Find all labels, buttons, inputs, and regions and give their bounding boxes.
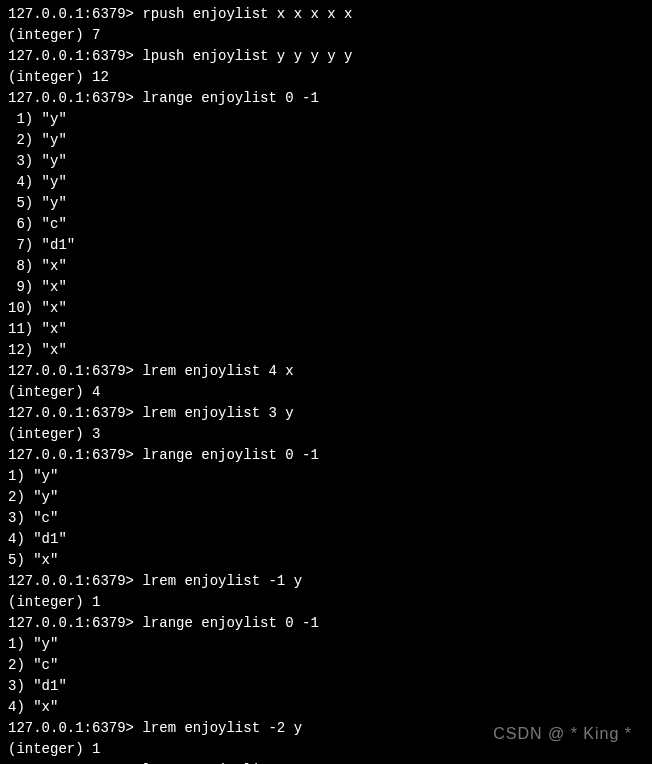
list-item: 4) "d1" <box>8 529 644 550</box>
cmd-line: 127.0.0.1:6379> lrange enjoylist 0 -1 <box>8 613 644 634</box>
list-item: 1) "y" <box>8 466 644 487</box>
list-item: 8) "x" <box>8 256 644 277</box>
cmd-line: 127.0.0.1:6379> lrem enjoylist 4 x <box>8 361 644 382</box>
list-item: 1) "y" <box>8 634 644 655</box>
watermark: CSDN @ * King * <box>493 722 632 746</box>
list-item: 4) "x" <box>8 697 644 718</box>
list-item: 5) "x" <box>8 550 644 571</box>
list-item: 2) "c" <box>8 655 644 676</box>
cmd-line: 127.0.0.1:6379> lrem enjoylist -1 y <box>8 571 644 592</box>
list-item: 6) "c" <box>8 214 644 235</box>
list-item: 3) "y" <box>8 151 644 172</box>
list-item: 5) "y" <box>8 193 644 214</box>
cmd-line: 127.0.0.1:6379> lrange enjoylist 0 -1 <box>8 760 644 764</box>
result-line: (integer) 12 <box>8 67 644 88</box>
cmd-line: 127.0.0.1:6379> rpush enjoylist x x x x … <box>8 4 644 25</box>
terminal-output[interactable]: 127.0.0.1:6379> rpush enjoylist x x x x … <box>8 4 644 764</box>
list-item: 2) "y" <box>8 487 644 508</box>
cmd-line: 127.0.0.1:6379> lrange enjoylist 0 -1 <box>8 445 644 466</box>
result-line: (integer) 1 <box>8 592 644 613</box>
list-item: 3) "d1" <box>8 676 644 697</box>
result-line: (integer) 7 <box>8 25 644 46</box>
list-item: 2) "y" <box>8 130 644 151</box>
list-item: 11) "x" <box>8 319 644 340</box>
list-item: 10) "x" <box>8 298 644 319</box>
result-line: (integer) 3 <box>8 424 644 445</box>
cmd-line: 127.0.0.1:6379> lrange enjoylist 0 -1 <box>8 88 644 109</box>
list-item: 1) "y" <box>8 109 644 130</box>
cmd-line: 127.0.0.1:6379> lrem enjoylist 3 y <box>8 403 644 424</box>
list-item: 12) "x" <box>8 340 644 361</box>
list-item: 7) "d1" <box>8 235 644 256</box>
list-item: 3) "c" <box>8 508 644 529</box>
list-item: 9) "x" <box>8 277 644 298</box>
cmd-line: 127.0.0.1:6379> lpush enjoylist y y y y … <box>8 46 644 67</box>
list-item: 4) "y" <box>8 172 644 193</box>
result-line: (integer) 4 <box>8 382 644 403</box>
